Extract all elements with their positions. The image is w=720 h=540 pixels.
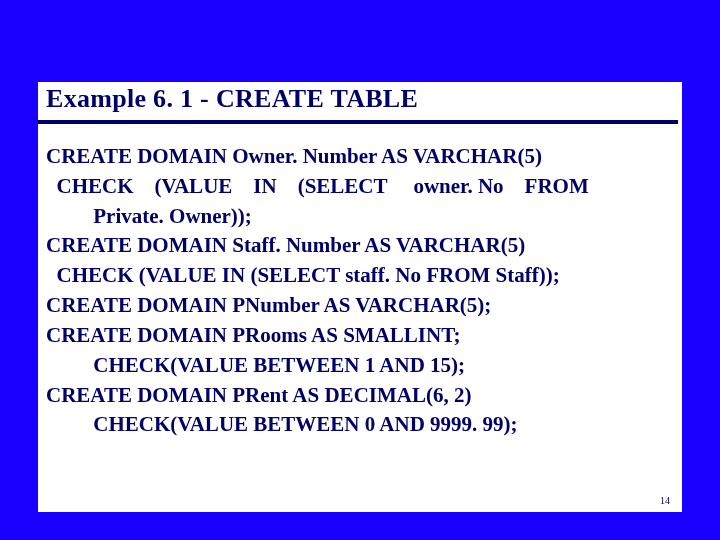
slide-content: CREATE DOMAIN Owner. Number AS VARCHAR(5…	[38, 124, 682, 440]
code-line: CHECK(VALUE BETWEEN 0 AND 9999. 99);	[46, 412, 518, 436]
code-line: CREATE DOMAIN PNumber AS VARCHAR(5);	[46, 293, 491, 317]
code-line: CREATE DOMAIN PRent AS DECIMAL(6, 2)	[46, 383, 471, 407]
code-line: CHECK (VALUE IN (SELECT owner. No FROM	[46, 174, 589, 198]
code-line: CREATE DOMAIN Owner. Number AS VARCHAR(5…	[46, 144, 542, 168]
code-line: CREATE DOMAIN PRooms AS SMALLINT;	[46, 323, 461, 347]
code-line: CHECK (VALUE IN (SELECT staff. No FROM S…	[46, 263, 560, 287]
code-line: CREATE DOMAIN Staff. Number AS VARCHAR(5…	[46, 233, 525, 257]
slide-title: Example 6. 1 - CREATE TABLE	[38, 82, 682, 114]
code-line: Private. Owner));	[46, 204, 252, 228]
slide-container: Example 6. 1 - CREATE TABLE CREATE DOMAI…	[38, 82, 682, 512]
page-number: 14	[660, 495, 670, 506]
code-line: CHECK(VALUE BETWEEN 1 AND 15);	[46, 353, 465, 377]
